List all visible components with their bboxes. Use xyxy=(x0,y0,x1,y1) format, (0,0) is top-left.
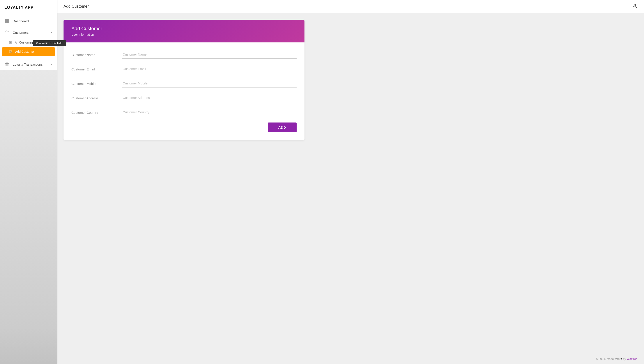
customer-country-input[interactable] xyxy=(122,108,297,116)
customer-email-input[interactable] xyxy=(122,65,297,73)
dashboard-label: Dashboard xyxy=(13,19,29,23)
main-content: Add Customer Add Customer User informati… xyxy=(57,0,644,364)
footer-by: by xyxy=(623,357,626,360)
footer-brand: Webtree xyxy=(627,357,637,360)
form-row-address: Customer Address xyxy=(71,94,297,102)
input-wrap-customer-email xyxy=(122,65,297,73)
footer: © 2024, made with ♥ by Webtree xyxy=(57,354,644,364)
svg-point-6 xyxy=(634,4,636,6)
content-area: Add Customer User information Customer N… xyxy=(57,13,644,354)
heart-icon: ♥ xyxy=(620,357,622,360)
add-customer-card: Add Customer User information Customer N… xyxy=(64,20,304,140)
add-customer-label: Add Customer xyxy=(15,50,35,54)
user-avatar-icon[interactable] xyxy=(632,3,637,10)
sidebar-item-add-customer[interactable]: AD Add Customer xyxy=(2,47,55,56)
label-customer-address: Customer Address xyxy=(71,94,115,100)
form-row-country: Customer Country xyxy=(71,108,297,116)
customers-label: Customers xyxy=(13,30,29,34)
card-header-subtitle: User information xyxy=(71,33,297,36)
form-row-email: Customer Email xyxy=(71,65,297,73)
footer-text: © 2024, made with xyxy=(596,357,620,360)
sidebar-item-dashboard[interactable]: Dashboard xyxy=(0,15,57,27)
input-wrap-customer-name xyxy=(122,50,297,58)
label-customer-name: Customer Name xyxy=(71,50,115,57)
form-row-mobile: Customer Mobile xyxy=(71,79,297,88)
svg-point-4 xyxy=(6,31,7,32)
app-logo: LOYALTY APP xyxy=(0,0,57,15)
loyalty-transactions-chevron-icon: ▼ xyxy=(50,63,53,66)
svg-rect-3 xyxy=(8,22,9,23)
sidebar: LOYALTY APP Dashboard Customers ▼ AL xyxy=(0,0,57,364)
customer-address-input[interactable] xyxy=(122,94,297,102)
dashboard-icon xyxy=(5,18,10,24)
customer-name-input[interactable] xyxy=(122,50,297,58)
card-header: Add Customer User information xyxy=(64,20,304,42)
label-customer-country: Customer Country xyxy=(71,108,115,114)
svg-rect-1 xyxy=(8,20,9,21)
card-header-title: Add Customer xyxy=(71,26,297,32)
page-title: Add Customer xyxy=(64,4,89,9)
form-row-name: Customer Name xyxy=(71,50,297,58)
card-body: Customer Name Customer Email Customer Mo… xyxy=(64,42,304,140)
mountain-decoration xyxy=(0,329,57,364)
loyalty-transactions-icon xyxy=(5,62,10,67)
svg-rect-0 xyxy=(6,20,7,21)
sidebar-item-loyalty-transactions[interactable]: Loyalty Transactions ▼ xyxy=(0,58,57,70)
topbar: Add Customer xyxy=(57,0,644,13)
add-customer-badge: AD xyxy=(9,50,12,53)
label-customer-email: Customer Email xyxy=(71,65,115,71)
svg-rect-2 xyxy=(6,22,7,23)
label-customer-mobile: Customer Mobile xyxy=(71,79,115,86)
loyalty-transactions-label: Loyalty Transactions xyxy=(13,62,43,66)
sidebar-item-customers[interactable]: Customers ▼ xyxy=(0,27,57,38)
all-customers-badge: AL xyxy=(9,41,12,44)
input-wrap-customer-address xyxy=(122,94,297,102)
input-wrap-customer-country xyxy=(122,108,297,116)
add-customer-button[interactable]: ADD xyxy=(268,122,297,132)
customers-icon xyxy=(5,30,10,35)
customer-mobile-input[interactable] xyxy=(122,79,297,88)
sidebar-item-all-customers[interactable]: AL All Customers Please fill in this fie… xyxy=(0,38,57,47)
input-wrap-customer-mobile xyxy=(122,79,297,88)
svg-rect-5 xyxy=(5,64,9,66)
sidebar-background xyxy=(0,70,57,364)
all-customers-label: All Customers xyxy=(15,41,34,44)
customers-chevron-icon: ▼ xyxy=(50,31,53,34)
